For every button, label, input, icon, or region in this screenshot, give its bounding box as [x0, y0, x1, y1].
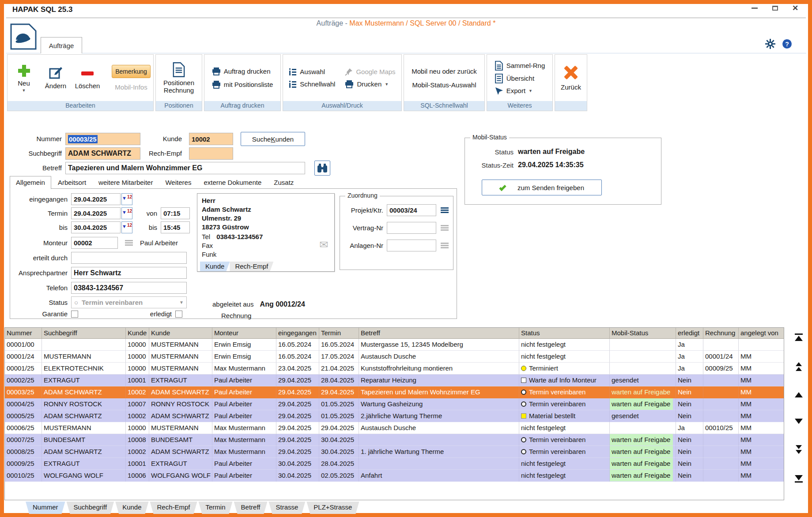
status-dropdown[interactable]: ○ Termin vereinbaren ▼: [71, 296, 187, 308]
tab-weitere-mitarbeiter[interactable]: weitere Mitarbeiter: [93, 176, 159, 189]
tab-allgemein[interactable]: Allgemein: [10, 176, 51, 189]
hamburger-lookup-icon[interactable]: [441, 225, 449, 231]
column-header[interactable]: angelegt von: [739, 328, 784, 339]
erteilt-durch-input[interactable]: [71, 252, 187, 264]
column-header[interactable]: Suchbegriff: [42, 328, 126, 339]
table-row[interactable]: 00006/25MUSTERMANN10000MUSTERMANNMax Mus…: [5, 422, 784, 434]
table-row[interactable]: 00001/25ELEKTROTECHNIK10000MUSTERMANNMax…: [5, 363, 784, 375]
sort-tab-rech-empf[interactable]: Rech-Empf: [150, 502, 197, 514]
card-tab-kunde[interactable]: Kunde: [200, 262, 230, 271]
hamburger-lookup-icon[interactable]: [125, 240, 133, 246]
bis-time-input[interactable]: 15:45: [161, 221, 190, 233]
table-row[interactable]: 00009/25EXTRAGUT10001EXTRAGUTPaul Arbeit…: [5, 458, 784, 470]
tab-externe-dokumente[interactable]: externe Dokumente: [198, 176, 267, 189]
sort-tab-strasse[interactable]: Strasse: [268, 502, 305, 514]
termin-input[interactable]: 29.04.2025: [71, 207, 121, 219]
tab-zusatz[interactable]: Zusatz: [268, 176, 299, 189]
anlagen-input[interactable]: [387, 240, 436, 251]
table-row[interactable]: 00008/25ADAM SCHWARTZ10002ADAM SCHWARTZM…: [5, 446, 784, 458]
erledigt-checkbox[interactable]: [175, 311, 182, 318]
von-time-input[interactable]: 07:15: [161, 207, 190, 219]
card-tab-rech-empf[interactable]: Rech-Empf: [230, 262, 273, 271]
sort-tab-termin[interactable]: Termin: [199, 502, 233, 514]
table-row[interactable]: 00003/25ADAM SCHWARTZ10002ADAM SCHWARTZP…: [5, 386, 784, 398]
suche-kunden-button[interactable]: Suche Kunden: [241, 132, 305, 146]
column-header[interactable]: Nummer: [5, 328, 42, 339]
sammel-rng-button[interactable]: Sammel-Rng: [495, 61, 545, 71]
new-button[interactable]: Neu ▼: [10, 62, 38, 94]
uebersicht-button[interactable]: Übersicht: [495, 74, 534, 83]
projekt-input[interactable]: 00003/24: [387, 204, 436, 216]
export-button[interactable]: Export ▼: [495, 86, 533, 95]
mobil-status-auswahl-button[interactable]: Mobil-Status-Auswahl: [412, 81, 476, 89]
table-row[interactable]: 00005/25ADAM SCHWARTZ10002ADAM SCHWARTZP…: [5, 410, 784, 422]
auftrag-drucken-button[interactable]: Auftrag drucken: [212, 67, 271, 75]
monteur-input[interactable]: 00002: [71, 237, 118, 249]
hamburger-lookup-icon[interactable]: [441, 243, 449, 248]
tab-arbeitsort[interactable]: Arbeitsort: [52, 176, 92, 189]
help-icon[interactable]: ?: [782, 39, 792, 49]
table-row[interactable]: 00010/25WOLFGANG WOLF10006WOLFGANG WOLFP…: [5, 470, 784, 482]
bemerkung-button[interactable]: Bemerkung: [112, 65, 151, 78]
maximize-button[interactable]: [771, 4, 778, 11]
column-header[interactable]: Termin: [319, 328, 359, 339]
bis-date-input[interactable]: 30.04.2025: [71, 221, 121, 233]
search-binoculars-button[interactable]: [314, 161, 330, 176]
betreff-input[interactable]: Tapezieren und Malern Wohnzimmer EG: [65, 162, 305, 174]
positionen-rechnung-button[interactable]: Positionen Rechnung: [159, 79, 199, 94]
drucken-button[interactable]: Drucken ▼: [345, 80, 395, 88]
calendar-button[interactable]: ▼12: [121, 207, 132, 219]
table-row[interactable]: 00002/25EXTRAGUT10001EXTRAGUTPaul Arbeit…: [5, 375, 784, 386]
column-header[interactable]: Mobil-Status: [610, 328, 676, 339]
edit-button[interactable]: Ändern: [42, 65, 69, 91]
sort-tab-betreff[interactable]: Betreff: [234, 502, 268, 514]
table-row[interactable]: 00004/25RONNY ROSTOCK10007RONNY ROSTOCKP…: [5, 398, 784, 410]
zurueck-button[interactable]: Zurück: [561, 83, 581, 91]
suchbegriff-input[interactable]: ADAM SCHWARTZ: [65, 147, 140, 160]
scroll-down-icon[interactable]: [792, 419, 805, 424]
calendar-button[interactable]: ▼12: [121, 221, 132, 233]
table-row[interactable]: 00001/0010000MUSTERMANNErwin Emsig16.05.…: [5, 339, 784, 351]
column-header[interactable]: eingegangen: [276, 328, 319, 339]
telefon-label: Telefon: [10, 284, 68, 292]
tab-weiteres[interactable]: Weiteres: [159, 176, 197, 189]
sort-tab-plz-strasse[interactable]: PLZ+Strasse: [306, 502, 359, 514]
mit-positionsliste-button[interactable]: mit Positionsliste: [212, 81, 273, 89]
column-header[interactable]: Betreff: [359, 328, 519, 339]
calendar-button[interactable]: ▼12: [121, 193, 132, 205]
sort-tab-kunde[interactable]: Kunde: [115, 502, 148, 514]
scroll-up-icon[interactable]: [792, 392, 805, 397]
ansprechpartner-input[interactable]: Herr Schwartz: [71, 267, 187, 279]
sort-tab-suchbegriff[interactable]: Suchbegriff: [67, 502, 114, 514]
table-row[interactable]: 00007/25BUNDESAMT10008BUNDESAMTMax Muste…: [5, 434, 784, 446]
schnellwahl-button[interactable]: Schnellwahl: [289, 80, 335, 88]
column-header[interactable]: Kunde: [126, 328, 149, 339]
delete-button[interactable]: Löschen: [74, 65, 101, 91]
mobil-neu-button[interactable]: Mobil neu oder zurück: [412, 67, 477, 75]
kunde-input[interactable]: 10002: [189, 133, 233, 145]
scroll-page-up-icon[interactable]: [792, 362, 805, 371]
hamburger-lookup-icon[interactable]: [441, 207, 449, 213]
scroll-last-icon[interactable]: [792, 475, 805, 483]
column-header[interactable]: Rechnung: [703, 328, 739, 339]
freigeben-button[interactable]: zum Senden freigeben: [482, 180, 602, 195]
column-header[interactable]: Kunde: [149, 328, 212, 339]
tab-auftraege[interactable]: Aufträge: [41, 37, 82, 53]
rech-empf-input[interactable]: [189, 147, 233, 160]
garantie-checkbox[interactable]: [71, 311, 78, 318]
scroll-page-down-icon[interactable]: [792, 445, 805, 454]
minimize-button[interactable]: [751, 4, 758, 11]
eingegangen-input[interactable]: 29.04.2025: [71, 193, 121, 205]
telefon-input[interactable]: 03843-1234567: [71, 282, 187, 294]
scroll-first-icon[interactable]: [792, 333, 805, 341]
settings-gear-icon[interactable]: [765, 39, 775, 49]
close-button[interactable]: ✕: [792, 4, 799, 11]
column-header[interactable]: Status: [519, 328, 610, 339]
column-header[interactable]: Monteur: [212, 328, 276, 339]
auswahl-button[interactable]: Auswahl: [289, 68, 335, 75]
table-row[interactable]: 00001/24MUSTERMANN10000MUSTERMANNErwin E…: [5, 351, 784, 363]
vertrag-input[interactable]: [387, 222, 436, 234]
column-header[interactable]: erledigt: [676, 328, 703, 339]
nummer-input[interactable]: 00003/25: [65, 133, 140, 145]
sort-tab-nummer[interactable]: Nummer: [26, 502, 65, 514]
